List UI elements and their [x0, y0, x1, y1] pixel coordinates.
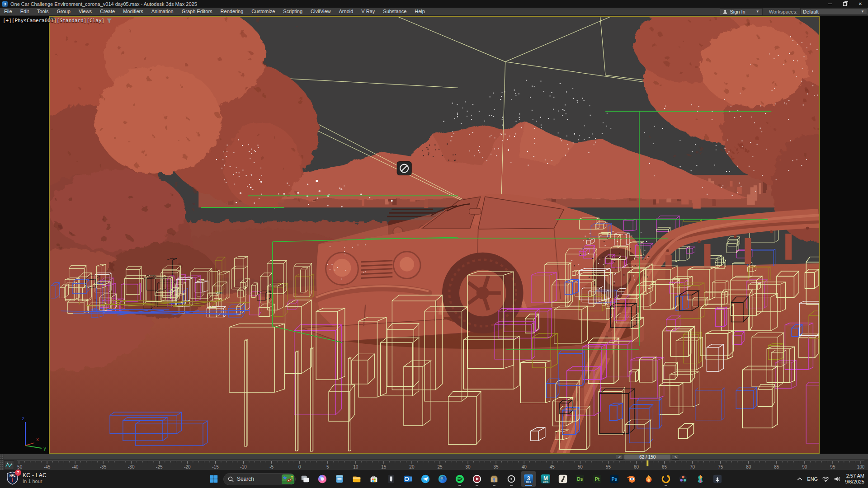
- maximize-button[interactable]: [837, 0, 853, 8]
- news-widget[interactable]: NFL 7 KC - LAC In 1 hour: [6, 471, 47, 485]
- svg-text:95: 95: [830, 465, 835, 469]
- running-indicator: [665, 485, 667, 486]
- svg-text:-45: -45: [44, 465, 51, 469]
- svg-text:45: 45: [550, 465, 555, 469]
- person-icon: [723, 9, 727, 14]
- svg-text:35: 35: [494, 465, 499, 469]
- next-frame-button[interactable]: >: [672, 455, 679, 460]
- sign-in-label: Sign In: [730, 9, 745, 14]
- zbrush-icon[interactable]: [555, 471, 571, 487]
- main-menu: FileEditToolsGroupViewsCreateModifiersAn…: [0, 8, 429, 15]
- telegram-icon[interactable]: [418, 471, 433, 487]
- maximize-icon: [843, 2, 847, 6]
- search-box[interactable]: Search: [223, 473, 296, 485]
- substance-painter-icon[interactable]: Pt: [590, 471, 605, 487]
- time-slider[interactable]: < 62 / 150 >: [0, 454, 868, 460]
- menu-rendering[interactable]: Rendering: [217, 8, 248, 15]
- menu-customize[interactable]: Customize: [247, 8, 279, 15]
- 3ds-max-icon[interactable]: 3MAX: [521, 471, 536, 487]
- wifi-icon[interactable]: [822, 476, 830, 482]
- menu-graph-editors[interactable]: Graph Editors: [178, 8, 217, 15]
- language-indicator[interactable]: ENG: [807, 476, 818, 482]
- embergen-icon[interactable]: [641, 471, 656, 487]
- outlook-icon[interactable]: [401, 471, 416, 487]
- svg-text:15: 15: [381, 465, 387, 469]
- time-slider-grip[interactable]: [0, 454, 4, 460]
- media-player-icon[interactable]: [469, 471, 485, 487]
- pureref-icon[interactable]: [504, 471, 519, 487]
- camera-safe-frame: [49, 16, 820, 454]
- menu-views[interactable]: Views: [75, 8, 96, 15]
- menu-animation[interactable]: Animation: [147, 8, 178, 15]
- character-tool-icon[interactable]: [693, 471, 708, 487]
- file-explorer-icon[interactable]: [349, 471, 364, 487]
- frame-ruler[interactable]: -50-45-40-35-30-25-20-15-10-505101520253…: [17, 460, 864, 470]
- minimize-icon: [828, 4, 832, 4]
- speedtree-icon[interactable]: [710, 471, 725, 487]
- workspaces-label: Workspaces:: [769, 9, 797, 14]
- sign-in-button[interactable]: Sign In ▼: [720, 8, 762, 15]
- time-slider-thumb[interactable]: 62 / 150: [624, 455, 670, 460]
- task-view-icon[interactable]: [297, 471, 313, 487]
- minimize-button[interactable]: [822, 0, 837, 8]
- svg-text:z: z: [22, 416, 24, 421]
- svg-text:65: 65: [662, 465, 667, 469]
- tray-chevron-up-icon[interactable]: [797, 477, 803, 481]
- menu-tools[interactable]: Tools: [33, 8, 53, 15]
- copilot-icon[interactable]: [315, 471, 330, 487]
- svg-text:5: 5: [326, 465, 329, 469]
- davinci-resolve-icon[interactable]: [675, 471, 691, 487]
- menu-file[interactable]: File: [0, 8, 16, 15]
- asset-manager-icon[interactable]: [486, 471, 502, 487]
- volume-icon[interactable]: [834, 476, 841, 482]
- svg-text:Ds: Ds: [577, 477, 583, 482]
- microsoft-store-icon[interactable]: [366, 471, 382, 487]
- menu-v-ray[interactable]: V-Ray: [357, 8, 379, 15]
- viewport-label[interactable]: [+][PhysCamera001][Standard][Clay]: [3, 18, 112, 23]
- menu-edit[interactable]: Edit: [16, 8, 33, 15]
- window-title: One Car Challenge Environment_corona_v01…: [10, 1, 197, 7]
- photoshop-icon[interactable]: Ps: [607, 471, 622, 487]
- start-button[interactable]: [206, 471, 222, 487]
- widget-subtitle: In 1 hour: [23, 479, 47, 484]
- menu-scripting[interactable]: Scripting: [279, 8, 307, 15]
- menu-civilview[interactable]: CivilView: [307, 8, 335, 15]
- svg-text:-10: -10: [240, 465, 247, 469]
- close-button[interactable]: ✕: [853, 0, 868, 8]
- running-indicator: [476, 485, 478, 486]
- menu-create[interactable]: Create: [96, 8, 119, 15]
- epic-games-icon[interactable]: [383, 471, 399, 487]
- keyshot-icon[interactable]: [658, 471, 674, 487]
- svg-text:MAYA: MAYA: [543, 481, 549, 483]
- menu-group[interactable]: Group: [52, 8, 75, 15]
- tray-date: 9/6/2025: [845, 479, 864, 485]
- svg-text:MAX: MAX: [526, 481, 531, 483]
- viewport-area[interactable]: [+][PhysCamera001][Standard][Clay] z y x: [0, 16, 868, 454]
- menu-substance[interactable]: Substance: [379, 8, 410, 15]
- menu-arnold[interactable]: Arnold: [335, 8, 358, 15]
- svg-text:20: 20: [409, 465, 415, 469]
- curve-editor-icon: [5, 462, 13, 468]
- track-bar-grip[interactable]: [0, 460, 4, 470]
- 3d-scene-canvas[interactable]: [50, 17, 819, 453]
- svg-text:25: 25: [437, 465, 443, 469]
- blender-icon[interactable]: [624, 471, 639, 487]
- edge-icon[interactable]: [435, 471, 450, 487]
- svg-text:80: 80: [746, 465, 751, 469]
- workspace-dropdown[interactable]: Default ▼: [800, 8, 867, 15]
- notification-badge: 7: [15, 469, 21, 476]
- previous-frame-button[interactable]: <: [616, 455, 623, 460]
- notepad-icon[interactable]: [332, 471, 347, 487]
- clock[interactable]: 2:57 AM 9/6/2025: [845, 473, 864, 485]
- spotify-icon[interactable]: [452, 471, 467, 487]
- caret-down-icon: ▼: [756, 9, 760, 14]
- maya-icon[interactable]: MMAYA: [538, 471, 553, 487]
- svg-text:NFL: NFL: [9, 474, 15, 477]
- menu-modifiers[interactable]: Modifiers: [119, 8, 147, 15]
- svg-text:-35: -35: [100, 465, 107, 469]
- search-icon: [228, 476, 234, 482]
- track-bar[interactable]: -50-45-40-35-30-25-20-15-10-505101520253…: [0, 460, 868, 470]
- mini-curve-editor-button[interactable]: [4, 460, 14, 469]
- substance-designer-icon[interactable]: Ds: [572, 471, 588, 487]
- menu-help[interactable]: Help: [410, 8, 429, 15]
